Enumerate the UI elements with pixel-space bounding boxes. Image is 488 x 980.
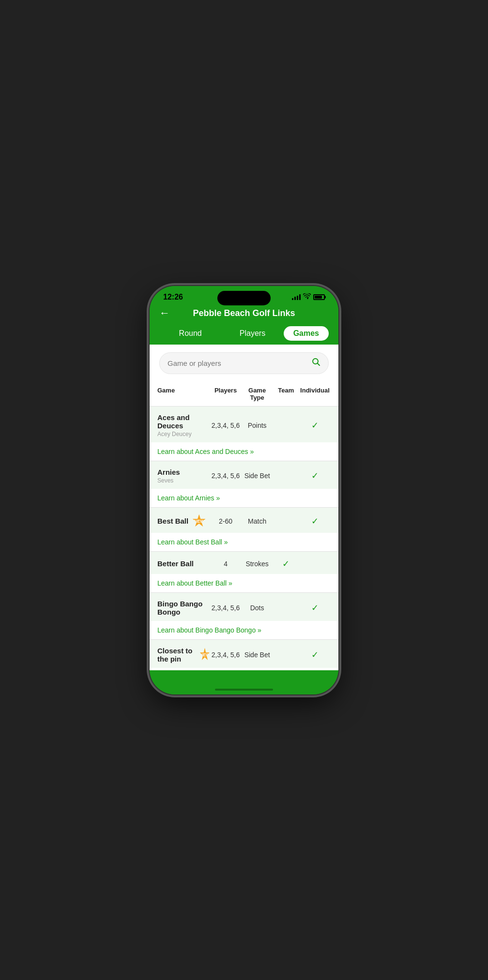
col-header-team: Team — [273, 387, 299, 401]
dynamic-island — [217, 291, 271, 305]
game-row[interactable]: Aces and DeucesAcey Deucey2,3,4, 5,6Poin… — [150, 407, 338, 442]
game-row[interactable]: Best BallNEW2-60Match✓ — [150, 508, 338, 533]
game-type: Match — [242, 517, 273, 525]
game-type: Side Bet — [242, 472, 273, 480]
header-title: Pebble Beach Golf Links — [193, 308, 295, 318]
col-header-individual: Individual — [299, 387, 331, 401]
game-type: Strokes — [242, 560, 273, 568]
game-name: Bingo Bango Bongo — [157, 600, 210, 616]
game-row-container[interactable]: Best BallNEW2-60Match✓Learn about Best B… — [150, 508, 338, 552]
tab-round[interactable]: Round — [159, 326, 221, 341]
games-list: Aces and DeucesAcey Deucey2,3,4, 5,6Poin… — [150, 407, 338, 670]
signal-bars-icon — [292, 294, 301, 300]
game-name-cell: Bingo Bango Bongo — [157, 600, 210, 616]
home-indicator — [215, 689, 273, 691]
learn-row: Learn about Aces and Deuces » — [150, 442, 338, 461]
game-team-check: ✓ — [273, 558, 299, 569]
game-name: Better Ball — [157, 559, 194, 568]
search-bar[interactable] — [159, 352, 329, 374]
tab-bar: Round Players Games — [159, 324, 329, 345]
learn-row: Learn about Best Ball » — [150, 533, 338, 551]
game-individual-check: ✓ — [299, 470, 331, 481]
game-name-cell: Better Ball — [157, 559, 210, 568]
learn-link[interactable]: Learn about Better Ball » — [157, 579, 232, 587]
game-row-container[interactable]: ArniesSeves2,3,4, 5,6Side Bet✓Learn abou… — [150, 461, 338, 508]
new-badge: NEW — [199, 648, 210, 662]
game-type: Side Bet — [242, 651, 273, 659]
game-name-cell: Best BallNEW — [157, 514, 210, 528]
game-row-container[interactable]: Better Ball4Strokes✓Learn about Better B… — [150, 552, 338, 593]
svg-line-1 — [318, 363, 320, 365]
game-name-cell: Aces and DeucesAcey Deucey — [157, 413, 210, 437]
new-badge: NEW — [192, 514, 206, 528]
col-header-players: Players — [210, 387, 241, 401]
game-row-container[interactable]: Aces and DeucesAcey Deucey2,3,4, 5,6Poin… — [150, 407, 338, 461]
search-container — [150, 345, 338, 382]
learn-link[interactable]: Learn about Bingo Bango Bongo » — [157, 626, 261, 634]
game-individual-check: ✓ — [299, 603, 331, 613]
content-area: Game Players GameType Team Individual Ac… — [150, 345, 338, 670]
game-players: 4 — [210, 560, 241, 568]
game-type: Dots — [242, 604, 273, 612]
game-name: Arnies — [157, 468, 180, 476]
wifi-icon — [303, 293, 311, 301]
game-players: 2,3,4, 5,6 — [210, 472, 241, 480]
game-row[interactable]: ArniesSeves2,3,4, 5,6Side Bet✓ — [150, 461, 338, 489]
learn-row: Learn about Bingo Bango Bongo » — [150, 621, 338, 639]
game-players: 2-60 — [210, 517, 241, 525]
game-row[interactable]: Better Ball4Strokes✓ — [150, 552, 338, 574]
game-name-cell: ArniesSeves — [157, 468, 210, 484]
status-time: 12:26 — [163, 293, 183, 302]
game-players: 2,3,4, 5,6 — [210, 651, 241, 659]
status-icons — [292, 293, 325, 301]
learn-link[interactable]: Learn about Best Ball » — [157, 538, 228, 546]
learn-link[interactable]: Learn about Arnies » — [157, 494, 220, 502]
bottom-bar — [150, 670, 338, 694]
game-name: Aces and Deuces — [157, 413, 210, 430]
game-name: Closest to the pin — [157, 647, 196, 663]
game-individual-check: ✓ — [299, 420, 331, 431]
back-button[interactable]: ← — [159, 307, 170, 319]
game-row-container[interactable]: Bingo Bango Bongo2,3,4, 5,6Dots✓Learn ab… — [150, 593, 338, 640]
game-players: 2,3,4, 5,6 — [210, 604, 241, 612]
game-row[interactable]: Bingo Bango Bongo2,3,4, 5,6Dots✓ — [150, 593, 338, 621]
learn-link[interactable]: Learn about Aces and Deuces » — [157, 448, 254, 455]
game-subtitle: Acey Deucey — [157, 431, 210, 437]
game-name: Best Ball — [157, 517, 188, 525]
battery-icon — [313, 294, 325, 300]
search-icon — [312, 358, 320, 369]
game-type: Points — [242, 422, 273, 429]
learn-row: Learn about Arnies » — [150, 489, 338, 507]
game-subtitle: Seves — [157, 477, 210, 484]
game-row-container[interactable]: Closest to the pinNEW2,3,4, 5,6Side Bet✓… — [150, 640, 338, 670]
col-header-gametype: GameType — [242, 387, 273, 401]
search-input[interactable] — [168, 359, 307, 367]
app-header: ← Pebble Beach Golf Links Round Players … — [150, 304, 338, 345]
game-name-cell: Closest to the pinNEW — [157, 647, 210, 663]
tab-players[interactable]: Players — [221, 326, 283, 341]
col-header-game: Game — [157, 387, 210, 401]
tab-games[interactable]: Games — [284, 326, 329, 341]
learn-row: Learn about Better Ball » — [150, 574, 338, 592]
game-individual-check: ✓ — [299, 649, 331, 660]
game-players: 2,3,4, 5,6 — [210, 422, 241, 429]
game-individual-check: ✓ — [299, 516, 331, 527]
table-header: Game Players GameType Team Individual — [150, 382, 338, 407]
game-row[interactable]: Closest to the pinNEW2,3,4, 5,6Side Bet✓ — [150, 640, 338, 668]
